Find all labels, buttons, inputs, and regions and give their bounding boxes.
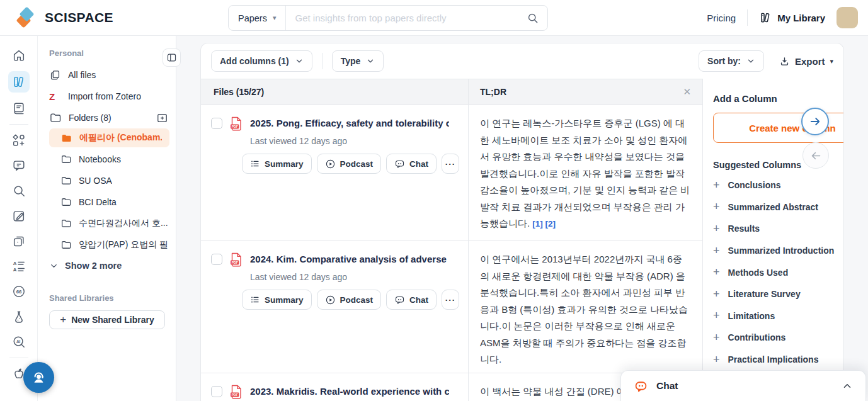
caret-down-icon: ▾ [830,57,833,65]
new-shared-library-label: New Shared Library [71,315,154,325]
podcast-button[interactable]: Podcast [317,154,382,174]
arrow-left-icon[interactable] [802,142,829,169]
sidebar-item-folders[interactable]: Folders (8) [49,107,176,128]
main-area: Add columns (1) Type Sort by: Export [176,36,868,401]
folder-icon [60,175,72,186]
suggested-column-label: Contributions [728,332,786,342]
suggested-column-item[interactable]: + Summarized Introduction [713,240,843,262]
brand-name: SCISPACE [45,10,113,25]
library-books-icon [759,11,772,24]
plus-icon: + [713,331,720,344]
compose-icon[interactable] [9,206,28,225]
svg-text:AI: AI [16,339,20,344]
sidebar-collapse-icon[interactable] [163,48,181,67]
suggested-column-item[interactable]: + Results [713,218,843,240]
podcast-label: Podcast [340,295,374,305]
suggested-column-item[interactable]: + Summarized Abstract [713,196,843,218]
pricing-link[interactable]: Pricing [707,13,736,23]
svg-text:66: 66 [16,289,21,295]
more-actions-button[interactable]: ··· [442,290,459,310]
sidebar-folder[interactable]: Notebooks [60,149,176,170]
rail-divider [9,358,28,358]
more-actions-button[interactable]: ··· [442,154,459,174]
row-checkbox[interactable] [211,386,222,397]
suggested-column-label: Results [728,223,760,234]
chevron-up-icon[interactable] [842,380,853,392]
paper-title[interactable]: 2025. Pong. Efficacy, safety and tolerab… [250,116,449,128]
close-column-icon[interactable]: ✕ [683,86,691,98]
file-cell: PDF 2025. Pong. Efficacy, safety and tol… [201,105,469,240]
cards-icon[interactable] [9,232,28,251]
headset-person-icon [30,369,47,386]
chat-button[interactable]: Chat [386,154,437,174]
folder-icon [60,196,72,208]
suggested-column-item[interactable]: + Practical Implications [713,349,843,371]
folder-label: BCI Delta [79,197,117,207]
sidebar-folder[interactable]: 양압기(PAP) 요법의 필... [60,234,176,256]
summary-button[interactable]: Summary [242,290,312,310]
search-rail-icon[interactable] [9,181,28,200]
summary-button[interactable]: Summary [242,154,312,174]
suggested-column-label: Limitations [728,311,775,321]
sidebar-folder[interactable]: SU OSA [60,170,176,191]
chat-button[interactable]: Chat [386,290,437,310]
paper-title[interactable]: 2023. Makridis. Real-world experience wi… [250,385,449,397]
support-chat-button[interactable] [23,362,54,393]
suggested-column-label: Conclusions [728,180,781,190]
integrations-icon[interactable] [9,131,28,150]
my-library-link[interactable]: My Library [759,11,825,24]
chat-icon[interactable] [9,156,28,175]
new-shared-library-button[interactable]: + New Shared Library [49,310,165,329]
chat-label: Chat [409,159,428,169]
extract-icon[interactable] [9,307,28,326]
folder-icon [60,132,72,144]
suggested-column-item[interactable]: + Conclusions [713,174,843,196]
summary-label: Summary [265,295,304,305]
caret-down-icon: ▾ [273,14,277,22]
summary-list-icon [250,159,260,169]
selected-folder-label: 에필리아 (Cenobam... [79,132,162,144]
arrow-right-icon[interactable] [801,108,829,135]
add-folder-icon[interactable] [156,112,168,124]
citation-refs[interactable]: [1] [2] [532,219,556,229]
paraphraser-icon[interactable]: AA [9,257,28,276]
personal-section-label: Personal [49,48,176,58]
chat-dock[interactable]: Chat [620,370,866,401]
podcast-button[interactable]: Podcast [317,290,382,310]
show-more-label: Show 2 more [65,261,122,271]
suggested-column-item[interactable]: + Literature Survey [713,283,843,305]
type-filter-button[interactable]: Type [332,50,384,72]
sidebar-item-all-files[interactable]: All files [49,64,176,86]
svg-text:PDF: PDF [232,125,238,128]
user-avatar[interactable] [837,7,858,28]
global-search-bar[interactable]: Papers ▾ Get insights from top papers di… [228,5,548,31]
search-scope-dropdown[interactable]: Papers ▾ [229,6,286,30]
export-button[interactable]: Export ▾ [779,56,833,67]
citation-icon[interactable]: 66 [9,282,28,301]
sidebar-folder-selected[interactable]: 에필리아 (Cenobam... [49,128,169,147]
sort-by-button[interactable]: Sort by: [699,50,764,72]
home-icon[interactable] [9,46,28,65]
row-checkbox[interactable] [211,118,222,129]
notebook-icon[interactable] [9,99,28,118]
suggested-column-item[interactable]: + Contributions [713,327,843,349]
tldr-cell: 이 연구는 레녹스-가스타우트 증후군 (LGS) 에 대한 세노바메이트 보조… [469,105,702,240]
search-input[interactable]: Get insights from top papers directly [286,13,527,23]
paper-title[interactable]: 2024. Kim. Comparative analysis of adver… [250,252,449,264]
suggested-column-item[interactable]: + Limitations [713,305,843,327]
files-column-header: Files (15/27) [201,79,469,104]
library-icon[interactable] [8,71,30,93]
search-icon[interactable] [527,12,547,24]
row-checkbox[interactable] [211,254,222,265]
show-more-folders[interactable]: Show 2 more [49,256,176,276]
pdf-icon: PDF [230,116,243,131]
sidebar-item-import-zotero[interactable]: Z Import from Zotero [49,86,176,107]
suggested-column-item[interactable]: + Methods Used [713,261,843,283]
sidebar-folder[interactable]: BCI Delta [60,191,176,213]
add-columns-button[interactable]: Add columns (1) [211,50,312,72]
ai-detector-icon[interactable]: AI [9,332,28,351]
all-files-label: All files [68,70,96,80]
sidebar-folder[interactable]: 수면다원검사에서 호... [60,213,176,234]
scispace-logo[interactable]: SCISPACE [18,8,113,28]
zotero-icon: Z [49,91,61,102]
